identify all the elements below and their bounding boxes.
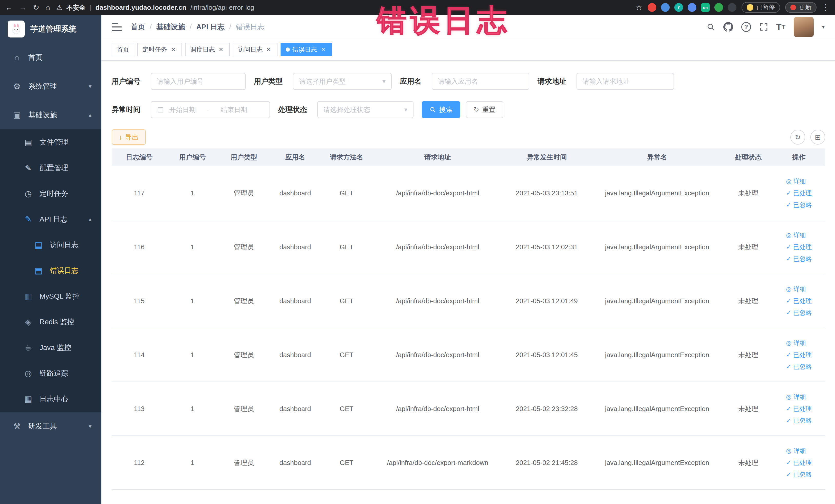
security-label[interactable]: 不安全 <box>66 3 86 12</box>
action-detail-link[interactable]: ◎详细 <box>786 231 806 239</box>
github-icon[interactable] <box>724 22 733 32</box>
search-button[interactable]: 搜索 <box>422 101 460 118</box>
sidebar-toggle-icon[interactable] <box>111 23 122 31</box>
back-icon[interactable]: ← <box>5 4 13 11</box>
close-tab-icon[interactable]: × <box>218 46 225 53</box>
eye-icon: ◎ <box>786 231 791 239</box>
action-detail-link[interactable]: ◎详细 <box>786 447 806 455</box>
sidebar-item-error-log[interactable]: ▤错误日志 <box>0 258 101 283</box>
sidebar-item-mysql-monitor[interactable]: ▥MySQL 监控 <box>0 283 101 309</box>
sidebar-item-dev-tools[interactable]: ⚒研发工具▾ <box>0 412 101 441</box>
refresh-icon: ↻ <box>795 133 801 141</box>
action-processed-link[interactable]: ✓已处理 <box>786 351 812 359</box>
cell-url: /api/infra/db-doc/export-html <box>372 297 503 305</box>
forward-icon[interactable]: → <box>19 4 27 11</box>
close-tab-icon[interactable]: × <box>170 46 177 53</box>
sidebar-item-access-log[interactable]: ▤访问日志 <box>0 232 101 258</box>
action-processed-link[interactable]: ✓已处理 <box>786 405 812 413</box>
ext-blue-drop-icon[interactable] <box>661 3 670 12</box>
font-size-icon[interactable]: TT <box>776 22 786 32</box>
app-logo-row[interactable]: 芋道管理系统 <box>0 15 101 43</box>
sidebar-item-home[interactable]: ⌂首页 <box>0 43 101 72</box>
table-row: 1161管理员dashboardGET/api/infra/db-doc/exp… <box>111 220 825 274</box>
bookmark-star-icon[interactable]: ☆ <box>635 4 643 11</box>
avatar[interactable] <box>794 17 814 37</box>
action-detail-link[interactable]: ◎详细 <box>786 177 806 185</box>
update-button[interactable]: 更新 <box>785 2 816 13</box>
breadcrumb-item[interactable]: 基础设施 <box>156 22 185 32</box>
browser-menu-icon[interactable]: ⋮ <box>822 3 830 12</box>
export-button[interactable]: ↓ 导出 <box>111 129 146 145</box>
user-type-select[interactable]: 请选择用户类型 ▾ <box>293 73 392 90</box>
app-name-input[interactable] <box>432 73 529 90</box>
close-tab-icon[interactable]: × <box>265 46 272 53</box>
task-icon: ◷ <box>23 189 34 199</box>
ext-squares-icon[interactable] <box>688 3 696 12</box>
action-detail-link[interactable]: ◎详细 <box>786 285 806 293</box>
avatar-caret-icon[interactable]: ▾ <box>822 24 825 30</box>
tab-item[interactable]: 访问日志× <box>233 43 278 56</box>
action-detail-link[interactable]: ◎详细 <box>786 339 806 347</box>
reset-refresh-icon: ↻ <box>474 106 479 114</box>
sidebar-item-java-monitor[interactable]: ☕Java 监控 <box>0 335 101 361</box>
action-ignored-link[interactable]: ✓已忽略 <box>786 363 812 371</box>
sidebar-item-trace[interactable]: ◎链路追踪 <box>0 361 101 386</box>
sidebar-item-infrastructure[interactable]: ▣基础设施▴ <box>0 101 101 129</box>
sidebar-item-config-mgmt[interactable]: ✎配置管理 <box>0 155 101 181</box>
address-bar[interactable]: ⚠ 不安全 | dashboard.yudao.iocoder.cn/infra… <box>56 3 629 12</box>
breadcrumb-item[interactable]: API 日志 <box>196 22 225 32</box>
url-path[interactable]: /infra/log/api-error-log <box>190 4 254 12</box>
process-status-select[interactable]: 请选择处理状态 ▾ <box>317 101 413 118</box>
sidebar-item-api-log[interactable]: ✎API 日志▴ <box>0 206 101 232</box>
reset-button[interactable]: ↻ 重置 <box>466 101 503 118</box>
sidebar-item-scheduled-tasks[interactable]: ◷定时任务 <box>0 181 101 206</box>
action-ignored-link[interactable]: ✓已忽略 <box>786 201 812 209</box>
close-tab-icon[interactable]: × <box>320 46 327 53</box>
refresh-table-button[interactable]: ↻ <box>790 130 805 144</box>
browser-home-icon[interactable]: ⌂ <box>45 4 50 11</box>
column-settings-button[interactable]: ⊞ <box>810 130 825 144</box>
filter-group-app-name: 应用名 <box>400 73 529 90</box>
breadcrumb-item[interactable]: 首页 <box>131 22 145 32</box>
action-processed-link[interactable]: ✓已处理 <box>786 243 812 251</box>
help-icon[interactable]: ? <box>741 22 751 32</box>
action-detail-link[interactable]: ◎详细 <box>786 393 806 401</box>
action-processed-link[interactable]: ✓已处理 <box>786 459 812 467</box>
ext-red-icon[interactable] <box>648 3 656 12</box>
security-warning-icon[interactable]: ⚠ <box>56 4 62 12</box>
action-processed-link[interactable]: ✓已处理 <box>786 297 812 305</box>
user-id-input[interactable] <box>151 73 246 90</box>
action-label: 详细 <box>793 177 806 185</box>
search-icon[interactable] <box>707 23 715 31</box>
check-icon: ✓ <box>786 405 791 412</box>
tab-item[interactable]: 调度日志× <box>185 43 230 56</box>
sidebar-item-log-center[interactable]: ▦日志中心 <box>0 386 101 412</box>
action-ignored-link[interactable]: ✓已忽略 <box>786 417 812 425</box>
action-label: 已处理 <box>793 351 812 359</box>
ext-plug-icon[interactable] <box>728 3 736 12</box>
tab-item[interactable]: 错误日志× <box>281 43 332 56</box>
sidebar-item-file-mgmt[interactable]: ▤文件管理 <box>0 129 101 155</box>
sidebar-item-redis-monitor[interactable]: ◈Redis 监控 <box>0 309 101 335</box>
fullscreen-icon[interactable] <box>759 23 768 31</box>
action-ignored-link[interactable]: ✓已忽略 <box>786 309 812 317</box>
paused-chip[interactable]: 已暂停 <box>741 2 780 13</box>
exception-time-range-picker[interactable]: 开始日期 - 结束日期 <box>151 101 270 118</box>
action-ignored-link[interactable]: ✓已忽略 <box>786 470 812 479</box>
user-type-placeholder: 请选择用户类型 <box>299 77 346 86</box>
action-ignored-link[interactable]: ✓已忽略 <box>786 255 812 263</box>
action-processed-link[interactable]: ✓已处理 <box>786 189 812 197</box>
header-bar: 首页/基础设施/API 日志/错误日志 ? TT ▾ <box>101 15 835 39</box>
tab-item[interactable]: 首页 <box>111 43 134 56</box>
url-domain[interactable]: dashboard.yudao.iocoder.cn <box>96 4 186 12</box>
ext-on-icon[interactable]: on <box>701 3 710 12</box>
cell-status: 未处理 <box>724 189 773 198</box>
reload-icon[interactable]: ↻ <box>33 4 39 11</box>
request-url-input[interactable] <box>576 73 674 90</box>
sidebar-item-system-mgmt[interactable]: ⚙系统管理▾ <box>0 72 101 101</box>
ext-teal-icon[interactable]: Y <box>674 3 683 12</box>
tab-item[interactable]: 定时任务× <box>137 43 182 56</box>
sidebar-item-label: 配置管理 <box>40 163 101 173</box>
ext-leaf-icon[interactable] <box>714 3 723 12</box>
check-icon: ✓ <box>786 459 791 466</box>
